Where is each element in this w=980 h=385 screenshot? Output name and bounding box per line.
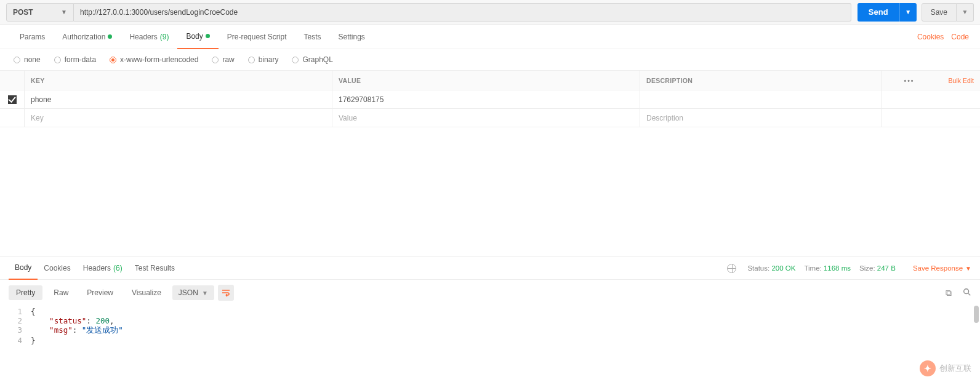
col-value: VALUE [332,71,640,90]
line-wrap-icon[interactable] [218,285,234,301]
save-response-button[interactable]: Save Response ▼ [913,264,971,272]
col-key: KEY [25,71,332,90]
radio-icon [54,57,61,63]
mode-x-www-form-urlencoded[interactable]: x-www-form-urlencoded [110,55,198,64]
send-button[interactable]: Send [857,3,899,22]
mode-raw[interactable]: raw [212,55,234,64]
tab-tests[interactable]: Tests [295,25,329,49]
chevron-down-icon: ▼ [202,290,208,296]
cookies-link[interactable]: Cookies [917,33,944,41]
resp-tab-cookies[interactable]: Cookies [38,256,76,280]
param-row [0,90,980,109]
view-raw[interactable]: Raw [46,285,76,300]
status-dot-icon [108,34,112,39]
tab-authorization[interactable]: Authorization [54,25,121,49]
response-tabs: Body Cookies Headers (6) Test Results St… [0,256,980,280]
tab-settings[interactable]: Settings [330,25,374,49]
copy-icon[interactable]: ⧉ [946,288,952,298]
tab-prerequest[interactable]: Pre-request Script [219,25,295,49]
radio-icon [14,57,20,63]
resp-tab-test-results[interactable]: Test Results [129,256,181,280]
response-body: 1{ 2 "status": 200, 3 "msg": "发送成功" 4} [0,306,980,351]
send-dropdown-button[interactable]: ▼ [899,3,917,22]
radio-icon [292,57,299,63]
mode-graphql[interactable]: GraphQL [292,55,332,64]
response-toolbar: Pretty Raw Preview Visualize JSON ▼ ⧉ [0,280,980,306]
tab-body[interactable]: Body [177,25,218,49]
param-table: KEY VALUE DESCRIPTION ••• Bulk Edit [0,70,980,127]
mode-binary[interactable]: binary [248,55,279,64]
param-key-input[interactable] [31,95,326,104]
chevron-down-icon: ▼ [61,9,67,15]
search-icon[interactable] [963,288,971,298]
param-desc-input[interactable] [646,95,875,104]
method-select[interactable]: POST ▼ [6,3,74,22]
svg-point-0 [964,288,969,293]
mode-form-data[interactable]: form-data [54,55,96,64]
view-preview[interactable]: Preview [79,285,121,300]
scrollbar-thumb[interactable] [974,306,979,323]
resp-tab-body[interactable]: Body [9,256,38,280]
save-dropdown-button[interactable]: ▼ [957,3,974,22]
request-bar: POST ▼ Send ▼ Save ▼ [0,0,980,25]
view-visualize[interactable]: Visualize [124,285,169,300]
chevron-down-icon: ▼ [965,265,971,272]
radio-icon [248,57,255,63]
param-value-input[interactable] [339,95,633,104]
status-dot-icon [206,34,210,38]
globe-icon[interactable] [727,264,736,273]
tab-params[interactable]: Params [11,25,54,49]
format-select[interactable]: JSON ▼ [172,285,214,300]
param-value-input[interactable] [339,114,633,122]
checkbox-checked-icon[interactable] [8,95,17,104]
radio-icon [110,57,116,63]
col-description: DESCRIPTION [640,71,882,90]
mode-none[interactable]: none [14,55,41,64]
view-pretty[interactable]: Pretty [9,285,42,300]
resp-tab-headers[interactable]: Headers (6) [77,256,129,280]
param-row-empty [0,109,980,127]
body-mode-row: none form-data x-www-form-urlencoded raw… [0,49,980,70]
tab-headers[interactable]: Headers (9) [121,25,177,49]
url-input[interactable] [74,3,851,22]
bulk-edit-link[interactable]: Bulk Edit [937,71,980,90]
code-link[interactable]: Code [951,33,969,41]
param-table-head: KEY VALUE DESCRIPTION ••• Bulk Edit [0,71,980,90]
radio-icon [212,57,219,63]
save-button[interactable]: Save [922,3,957,22]
request-tabs: Params Authorization Headers (9) Body Pr… [0,25,980,49]
response-status: Status: 200 OK Time: 1168 ms Size: 247 B… [727,264,971,273]
param-desc-input[interactable] [646,114,875,122]
svg-line-1 [968,293,970,295]
more-options-icon[interactable]: ••• [882,71,937,90]
method-label: POST [13,8,33,17]
param-key-input[interactable] [31,114,326,122]
